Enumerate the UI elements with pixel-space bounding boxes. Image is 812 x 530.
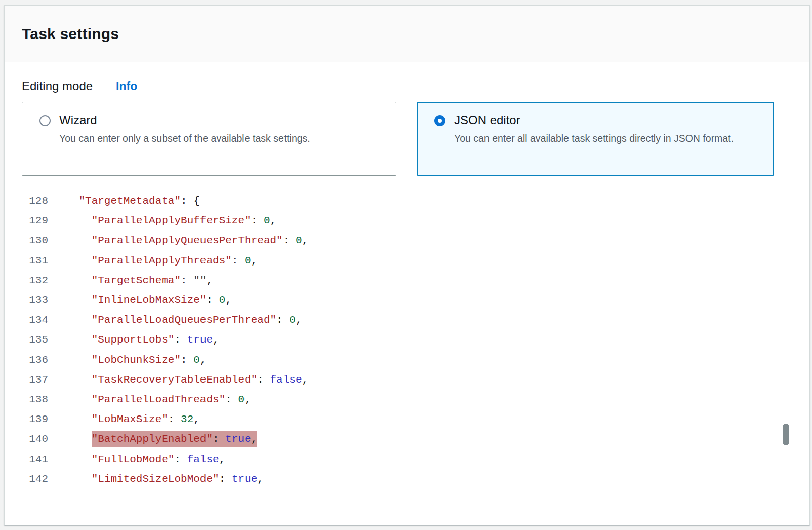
code-line-text[interactable]: "BatchApplyEnabled": true, (53, 429, 257, 449)
editing-mode-label: Editing mode (22, 79, 93, 93)
code-token: , (270, 215, 277, 226)
code-token: "ParallelLoadThreads" (92, 394, 226, 405)
code-token: "TargetSchema" (92, 275, 181, 286)
editor-scrollbar-thumb[interactable] (783, 424, 789, 445)
code-token: false (187, 453, 219, 465)
code-token: "TaskRecoveryTableEnabled" (92, 374, 258, 386)
code-token (53, 394, 92, 405)
code-token: 32 (181, 413, 193, 425)
code-line-text[interactable]: "ParallelLoadQueuesPerThread": 0, (53, 310, 302, 330)
code-token (53, 235, 92, 246)
code-token: 0 (289, 314, 296, 326)
code-line-text[interactable]: "ParallelApplyQueuesPerThread": 0, (53, 231, 308, 250)
code-token (53, 453, 92, 465)
editing-mode-row: Editing mode Info (22, 79, 792, 93)
code-token: "LobMaxSize" (92, 413, 168, 425)
code-line[interactable]: 130 "ParallelApplyQueuesPerThread": 0, (5, 231, 809, 250)
code-line-text[interactable]: "TargetSchema": "", (53, 271, 213, 290)
code-line-text[interactable]: "TargetMetadata": { (53, 191, 200, 211)
code-line-text[interactable]: "InlineLobMaxSize": 0, (53, 290, 232, 310)
code-token: 0 (193, 354, 200, 366)
tile-wizard[interactable]: Wizard You can enter only a subset of th… (22, 102, 396, 176)
code-line[interactable]: 133 "InlineLobMaxSize": 0, (5, 290, 809, 310)
wizard-title: Wizard (59, 113, 310, 127)
code-line[interactable]: 138 "ParallelLoadThreads": 0, (5, 390, 809, 409)
code-line[interactable]: 137 "TaskRecoveryTableEnabled": false, (5, 370, 809, 390)
line-number: 137 (5, 370, 53, 390)
code-token (53, 334, 92, 346)
panel-header: Task settings (5, 6, 809, 62)
code-token: : (174, 453, 187, 465)
code-token: : (257, 374, 270, 386)
code-line-text[interactable]: "LobMaxSize": 32, (53, 409, 200, 429)
highlighted-token: : (213, 431, 225, 447)
json-code-editor[interactable]: 128 "TargetMetadata": {129 "ParallelAppl… (5, 191, 809, 506)
code-line[interactable]: 129 "ParallelApplyBufferSize": 0, (5, 211, 809, 231)
code-token: "ParallelLoadQueuesPerThread" (92, 314, 276, 326)
code-token: , (245, 394, 251, 405)
code-token: "SupportLobs" (92, 334, 175, 346)
code-token: , (225, 294, 232, 306)
code-line[interactable]: 140 "BatchApplyEnabled": true, (5, 429, 809, 449)
wizard-radio-icon[interactable] (39, 115, 51, 126)
line-number: 134 (5, 310, 53, 330)
line-number: 129 (5, 211, 53, 231)
task-settings-panel: Task settings Editing mode Info Wizard Y… (4, 5, 810, 525)
code-token: : (276, 314, 289, 326)
code-token: true (187, 334, 213, 346)
wizard-description: You can enter only a subset of the avail… (59, 131, 310, 146)
code-line-text[interactable]: "SupportLobs": true, (53, 330, 219, 350)
code-token: : (181, 275, 193, 286)
code-token: , (193, 413, 200, 425)
code-token (53, 354, 92, 366)
highlighted-token: , (251, 431, 258, 447)
code-token: "ParallelApplyBufferSize" (92, 215, 251, 226)
page-title: Task settings (22, 25, 119, 43)
info-link[interactable]: Info (116, 80, 137, 93)
code-line[interactable]: 131 "ParallelApplyThreads": 0, (5, 251, 809, 271)
code-line[interactable]: 139 "LobMaxSize": 32, (5, 409, 809, 429)
code-token: , (302, 235, 309, 246)
code-line[interactable]: 142 "LimitedSizeLobMode": true, (5, 469, 809, 489)
code-token: : (174, 334, 187, 346)
code-line-text[interactable]: "ParallelApplyThreads": 0, (53, 251, 257, 271)
code-token: "ParallelApplyThreads" (92, 255, 232, 267)
code-token (53, 195, 78, 207)
code-token (53, 275, 92, 286)
code-line-text[interactable]: "ParallelLoadThreads": 0, (53, 390, 251, 409)
line-number: 140 (5, 429, 53, 449)
code-line[interactable]: 128 "TargetMetadata": { (5, 191, 809, 211)
code-token: "InlineLobMaxSize" (92, 294, 207, 306)
code-token: , (200, 354, 207, 366)
code-line[interactable]: 141 "FullLobMode": false, (5, 449, 809, 469)
code-line-text[interactable]: "TaskRecoveryTableEnabled": false, (53, 370, 308, 390)
code-token: "ParallelApplyQueuesPerThread" (92, 235, 283, 246)
wizard-tile-text: Wizard You can enter only a subset of th… (59, 113, 310, 146)
panel-body: Editing mode Info Wizard You can enter o… (5, 62, 809, 176)
line-number: 142 (5, 469, 53, 489)
code-token: "" (193, 275, 206, 286)
line-number: 139 (5, 409, 53, 429)
code-line[interactable]: 132 "TargetSchema": "", (5, 271, 809, 290)
code-line-text[interactable]: "ParallelApplyBufferSize": 0, (53, 211, 276, 231)
gutter-divider (53, 192, 53, 502)
line-number: 130 (5, 231, 53, 250)
code-line-text[interactable]: "FullLobMode": false, (53, 449, 225, 469)
code-token: "FullLobMode" (92, 453, 175, 465)
code-token: 0 (264, 215, 270, 226)
json-editor-radio-icon[interactable] (434, 115, 445, 126)
code-line[interactable]: 136 "LobChunkSize": 0, (5, 350, 809, 370)
code-token: : (283, 235, 296, 246)
tile-json-editor[interactable]: JSON editor You can enter all available … (417, 102, 774, 176)
code-line-text[interactable]: "LimitedSizeLobMode": true, (53, 469, 264, 489)
code-token (53, 473, 92, 485)
code-line[interactable]: 135 "SupportLobs": true, (5, 330, 809, 350)
code-token: , (213, 334, 219, 346)
code-line-text[interactable]: "LobChunkSize": 0, (53, 350, 207, 370)
code-token: , (257, 473, 264, 485)
code-line[interactable]: 134 "ParallelLoadQueuesPerThread": 0, (5, 310, 809, 330)
code-token: false (270, 374, 302, 386)
code-token: { (193, 195, 200, 207)
code-token (53, 314, 92, 326)
code-token: : (181, 195, 193, 207)
